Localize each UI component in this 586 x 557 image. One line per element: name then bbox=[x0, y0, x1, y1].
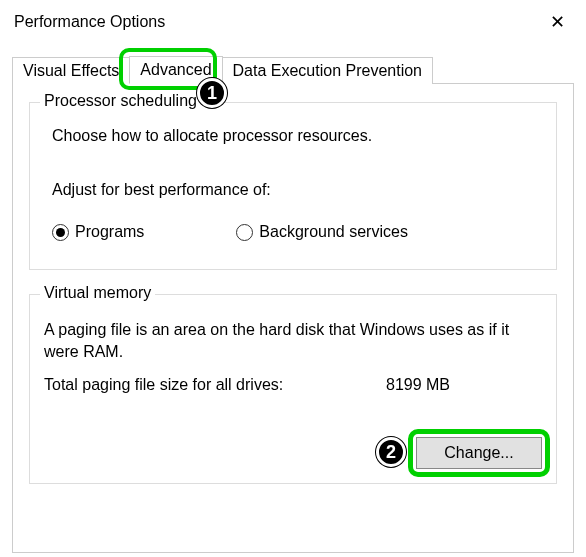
group-processor-scheduling: Processor scheduling Choose how to alloc… bbox=[29, 102, 557, 270]
radio-programs[interactable]: Programs bbox=[52, 223, 144, 241]
annotation-badge-2: 2 bbox=[376, 437, 406, 467]
group-legend: Processor scheduling bbox=[40, 92, 201, 110]
radio-icon bbox=[52, 224, 69, 241]
group-legend: Virtual memory bbox=[40, 284, 155, 302]
tab-label: Advanced bbox=[140, 61, 211, 78]
paging-size-label: Total paging file size for all drives: bbox=[44, 376, 386, 394]
paging-size-value: 8199 MB bbox=[386, 376, 450, 394]
radio-group: Programs Background services bbox=[52, 223, 542, 241]
radio-background-services[interactable]: Background services bbox=[236, 223, 408, 241]
radio-label: Background services bbox=[259, 223, 408, 241]
tab-panel-advanced: Processor scheduling Choose how to alloc… bbox=[12, 83, 574, 553]
title-bar: Performance Options ✕ bbox=[0, 0, 586, 40]
group-virtual-memory: Virtual memory A paging file is an area … bbox=[29, 294, 557, 484]
window-title: Performance Options bbox=[14, 13, 165, 31]
adjust-label: Adjust for best performance of: bbox=[52, 181, 542, 199]
change-button-wrap: Change... 2 bbox=[416, 437, 542, 469]
tab-visual-effects[interactable]: Visual Effects bbox=[12, 57, 130, 84]
tab-area: Visual Effects Advanced Data Execution P… bbox=[12, 56, 574, 553]
radio-icon bbox=[236, 224, 253, 241]
tab-label: Visual Effects bbox=[23, 62, 119, 79]
radio-label: Programs bbox=[75, 223, 144, 241]
change-button[interactable]: Change... bbox=[416, 437, 542, 469]
tab-dep[interactable]: Data Execution Prevention bbox=[222, 57, 433, 84]
tab-label: Data Execution Prevention bbox=[233, 62, 422, 79]
processor-description: Choose how to allocate processor resourc… bbox=[52, 127, 542, 145]
virtual-memory-description: A paging file is an area on the hard dis… bbox=[44, 319, 542, 362]
tab-strip: Visual Effects Advanced Data Execution P… bbox=[12, 56, 574, 84]
close-icon[interactable]: ✕ bbox=[542, 12, 572, 32]
annotation-badge-1: 1 bbox=[197, 78, 227, 108]
paging-size-row: Total paging file size for all drives: 8… bbox=[44, 376, 542, 394]
